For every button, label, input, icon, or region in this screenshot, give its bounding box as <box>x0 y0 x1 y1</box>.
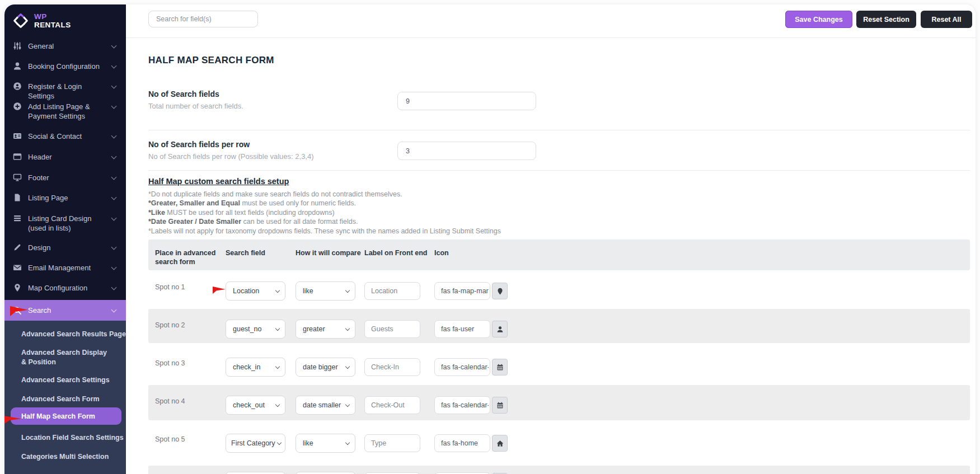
sidebar-item-listing-page[interactable]: Listing Page <box>4 193 126 203</box>
compare-select[interactable]: like <box>296 434 355 453</box>
main-content: Save Changes Reset Section Reset All HAL… <box>126 4 976 474</box>
search-field-select[interactable]: check_out <box>226 396 285 415</box>
front-end-label-input[interactable] <box>364 282 420 300</box>
spot-label: Spot no 2 <box>155 321 185 329</box>
sidebar-subitem-advanced-search-results-page[interactable]: Advanced Search Results Page <box>4 330 126 339</box>
chevron-down-icon <box>111 133 117 139</box>
field-description: Total number of search fields. <box>148 102 243 110</box>
compare-select[interactable]: like <box>296 281 355 301</box>
chevron-down-icon <box>111 307 117 313</box>
search-field-select[interactable] <box>226 472 285 474</box>
plus-circle-icon <box>13 102 22 111</box>
column-header-place: Place in advanced search form <box>155 248 220 266</box>
sidebar-subitem-location-field-search-settings[interactable]: Location Field Search Settings <box>4 433 126 443</box>
sidebar-item-listing-card-design[interactable]: Listing Card Design (used in lists) <box>4 213 126 233</box>
calendar-icon <box>496 364 504 371</box>
envelope-icon <box>13 263 22 272</box>
sidebar-item-general[interactable]: General <box>4 41 126 51</box>
column-header-label: Label on Front end <box>364 248 428 257</box>
icon-preview-button[interactable] <box>492 397 508 414</box>
icon-class-input[interactable] <box>434 358 490 376</box>
save-button[interactable]: Save Changes <box>785 11 852 28</box>
compare-select[interactable] <box>296 472 355 474</box>
sidebar: WP RENTALS General Booking Configuration… <box>4 4 126 474</box>
sidebar-item-footer[interactable]: Footer <box>4 172 126 182</box>
field-label-fields-per-row: No of Search fields per row <box>148 140 250 149</box>
user-icon <box>13 62 22 71</box>
app-screenshot: WP RENTALS General Booking Configuration… <box>0 0 980 474</box>
icon-class-input[interactable] <box>434 434 490 452</box>
pen-icon <box>13 243 22 252</box>
icon-class-input[interactable] <box>434 282 490 300</box>
chevron-down-icon <box>111 175 117 180</box>
front-end-label-input[interactable] <box>364 358 420 376</box>
reset-section-button[interactable]: Reset Section <box>856 11 916 28</box>
sidebar-subitem-advanced-search-display-position[interactable]: Advanced Search Display & Position <box>4 348 111 367</box>
search-field-select[interactable]: Location <box>226 281 285 301</box>
icon-preview-button[interactable] <box>492 321 508 337</box>
annotation-arrow-location <box>213 285 226 294</box>
search-field-select[interactable]: check_in <box>226 358 285 377</box>
calendar-icon <box>496 402 504 409</box>
search-field-select[interactable]: First Category <box>226 434 285 453</box>
compare-select[interactable]: date smaller <box>296 396 355 415</box>
user-icon <box>496 326 504 333</box>
front-end-label-input[interactable] <box>364 320 420 338</box>
sidebar-item-register-login-settings[interactable]: Register & Login Settings <box>4 81 126 101</box>
front-end-label-input[interactable] <box>364 434 420 452</box>
sidebar-subitem-advanced-search-form[interactable]: Advanced Search Form <box>4 395 126 404</box>
icon-preview-button[interactable] <box>492 435 508 452</box>
chevron-down-icon <box>111 83 117 89</box>
topbar-divider <box>126 37 976 38</box>
window-icon <box>13 152 22 161</box>
sidebar-subitem-categories-multi-selection[interactable]: Categories Multi Selection <box>4 452 126 462</box>
front-end-label-input[interactable] <box>364 396 420 414</box>
wp-rentals-diamond-icon <box>12 12 29 29</box>
icon-class-input[interactable] <box>434 320 490 338</box>
spot-label: Spot no 3 <box>155 359 185 367</box>
no-of-search-fields-input[interactable] <box>397 92 536 110</box>
icon-preview-button[interactable] <box>492 283 508 299</box>
sidebar-subitem-half-map-search-form[interactable]: Half Map Search Form <box>11 407 121 425</box>
fields-per-row-input[interactable] <box>397 142 536 160</box>
icon-class-input[interactable] <box>434 396 490 414</box>
reset-all-button[interactable]: Reset All <box>921 11 972 28</box>
monitor-icon <box>13 173 22 182</box>
field-description: No of Search fields per row (Possible va… <box>148 152 314 161</box>
chevron-down-icon <box>345 402 350 406</box>
register-icon <box>13 82 22 91</box>
column-header-compare: How it will compare <box>296 248 361 257</box>
chevron-down-icon <box>345 288 350 292</box>
compare-select[interactable]: date bigger <box>296 358 355 377</box>
address-card-icon <box>13 132 22 140</box>
search-input[interactable] <box>148 11 258 27</box>
chevron-down-icon <box>345 364 350 368</box>
sidebar-item-email-management[interactable]: Email Management <box>4 262 126 273</box>
table-header-band <box>148 240 970 270</box>
chevron-down-icon <box>111 265 117 270</box>
sidebar-item-add-listing-payment[interactable]: Add Listing Page & Payment Settings <box>4 101 126 121</box>
sliders-icon <box>13 41 22 50</box>
sidebar-item-booking-configuration[interactable]: Booking Configuration <box>4 61 126 71</box>
search-field-select[interactable]: guest_no <box>226 320 285 339</box>
chevron-down-icon <box>111 154 117 159</box>
home-icon <box>496 440 504 447</box>
brand-logo[interactable]: WP RENTALS <box>12 12 71 29</box>
chevron-down-icon <box>277 440 282 444</box>
sidebar-item-design[interactable]: Design <box>4 242 126 252</box>
sidebar-item-social-contact[interactable]: Social & Contact <box>4 131 126 141</box>
list-icon <box>13 214 22 223</box>
chevron-down-icon <box>111 215 117 221</box>
chevron-down-icon <box>111 195 117 200</box>
sidebar-item-map-configuration[interactable]: Map Configuration <box>4 283 126 293</box>
compare-select[interactable]: greater <box>296 320 355 339</box>
chevron-down-icon <box>111 63 117 69</box>
sidebar-item-header[interactable]: Header <box>4 152 126 162</box>
field-label-no-of-search-fields: No of Search fields <box>148 90 219 98</box>
setup-note: *Labels will not apply for taxonomy drop… <box>148 227 501 235</box>
sidebar-subitem-advanced-search-settings[interactable]: Advanced Search Settings <box>4 376 126 385</box>
map-pin-icon <box>13 283 22 292</box>
icon-preview-button[interactable] <box>492 359 508 376</box>
column-header-icon: Icon <box>434 248 449 257</box>
section-divider <box>148 130 970 130</box>
